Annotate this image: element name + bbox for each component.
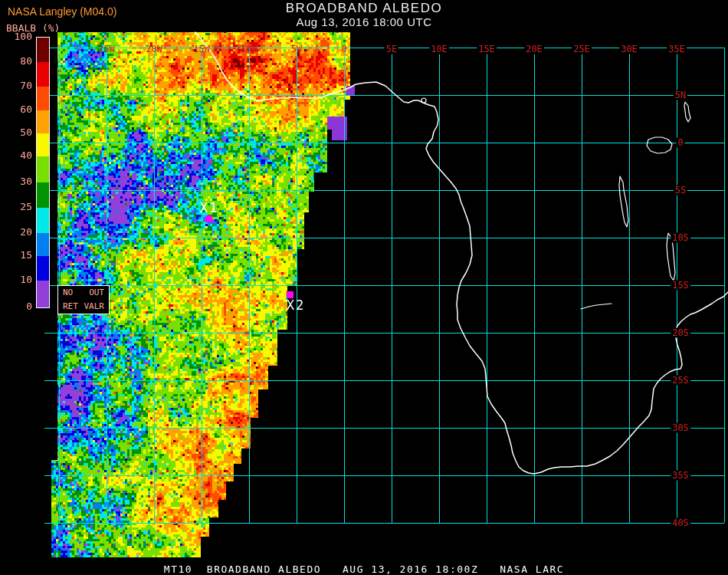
lat-label-5S: 5S (674, 186, 687, 196)
colorbar-tick-label: 10 (0, 274, 32, 285)
colorbar-tick-label: 15 (0, 250, 32, 261)
colorbar-tick-label: 30 (0, 176, 32, 187)
marker-label-X2: X2 (287, 299, 305, 312)
lat-label-5N: 5N (674, 90, 687, 100)
lon-label-10E: 10E (429, 44, 449, 54)
lon-label-35E: 35E (667, 44, 687, 54)
colorbar-segment (37, 133, 49, 156)
lon-label-15W: 15W (193, 44, 210, 54)
footer-bar: MT10 BROADBAND ALBEDO AUG 13, 2016 18:00… (0, 564, 728, 575)
colorbar-segment (37, 110, 49, 133)
lon-label-20E: 20E (524, 44, 544, 54)
colorbar-tick-label: 70 (0, 80, 32, 91)
colorbar-segment (37, 87, 49, 110)
colorbar-segment (37, 208, 49, 233)
lat-label-15S: 15S (671, 281, 690, 291)
colorbar-tick-label: 40 (0, 150, 32, 161)
colorbar-segment (37, 38, 49, 62)
marker-square-X1 (205, 215, 212, 222)
colorbar-tick-label: 50 (0, 127, 32, 138)
colorbar-segment (37, 62, 49, 87)
lon-label-5W: 5W (291, 44, 302, 54)
colorbar (36, 37, 50, 308)
colorbar-segment (37, 156, 49, 182)
colorbar-segment (37, 256, 49, 281)
legend-no: NO (63, 288, 73, 297)
colorbar-tick-label: 25 (0, 202, 32, 212)
colorbar-tick-label: 60 (0, 104, 32, 115)
legend-row: NO OUT (63, 288, 104, 297)
colorbar-segment (37, 281, 49, 307)
marker-label-X1: X1 (200, 202, 218, 215)
lon-label-25E: 25E (572, 44, 592, 54)
colorbar-tick-label: 0 (0, 301, 32, 312)
colorbar-segment (37, 233, 49, 256)
lat-label-30S: 30S (671, 423, 690, 433)
lon-label-0: 0 (341, 44, 346, 54)
lat-label-25S: 25S (671, 376, 690, 386)
colorbar-segment (37, 182, 49, 208)
lon-label-30E: 30E (619, 44, 639, 54)
lon-label-5E: 5E (385, 44, 398, 54)
colorbar-tick-label: 20 (0, 227, 32, 238)
colorbar-tick-label: 80 (0, 56, 32, 67)
albedo-product-screen: BROADBAND ALBEDO Aug 13, 2016 18:00 UTC … (0, 0, 728, 575)
legend-ret: RET (63, 302, 78, 311)
colorbar-tick-label: 100 (0, 31, 32, 42)
lat-label-35S: 35S (671, 471, 690, 481)
legend-row: RET VALR (63, 302, 104, 311)
lon-label-10W: 10W (241, 44, 257, 54)
retrieval-flag-legend: NO OUT RET VALR (57, 285, 110, 314)
lon-label-15E: 15E (477, 44, 497, 54)
legend-valr: VALR (84, 302, 105, 311)
legend-out: OUT (89, 288, 104, 297)
lon-label-20W: 20W (146, 44, 162, 54)
lat-label-20S: 20S (671, 328, 690, 338)
lat-label-10S: 10S (671, 233, 690, 243)
lon-label-25W: 25W (98, 44, 115, 54)
lat-label-0: 0 (676, 138, 684, 148)
nasa-langley-credit: NASA Langley (M04.0) (8, 5, 116, 18)
lat-label-40S: 40S (671, 518, 690, 528)
